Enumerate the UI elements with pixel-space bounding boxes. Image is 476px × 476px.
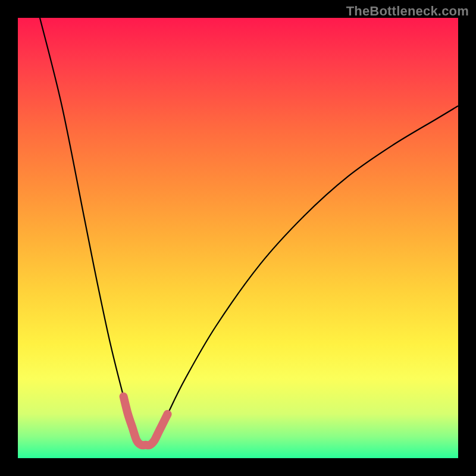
series-highlight-band: [124, 396, 168, 445]
chart-svg: [18, 18, 458, 458]
series-bottleneck-curve: [40, 18, 458, 445]
chart-plot-area: [18, 18, 458, 458]
watermark-text: TheBottleneck.com: [346, 4, 469, 19]
